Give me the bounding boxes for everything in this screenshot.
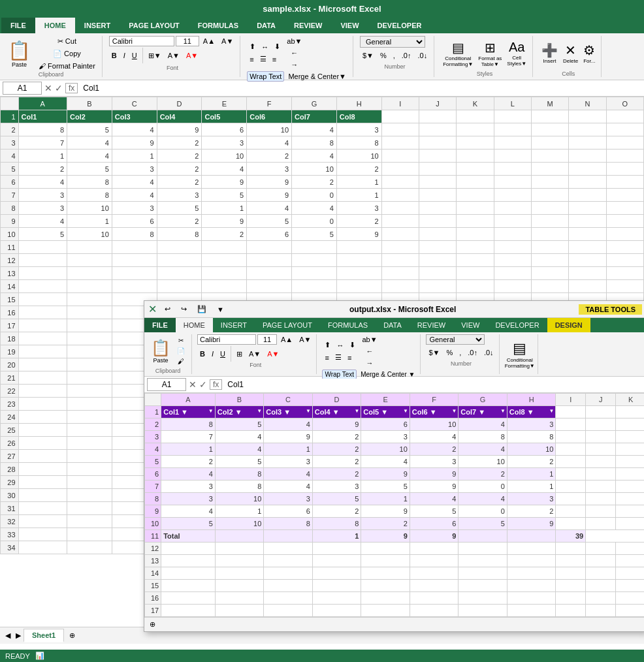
table-cell[interactable] [264,555,313,567]
cell-F1[interactable]: Col6 [247,110,292,123]
table-cell[interactable] [67,528,112,541]
table-cell[interactable] [569,241,606,254]
table-cell[interactable]: 1 [215,505,264,518]
table-cell[interactable]: 2 [336,163,381,176]
table-cell[interactable] [616,505,644,518]
table-cell[interactable]: 5 [67,163,112,176]
table-cell[interactable]: 9 [507,518,556,530]
table-cell[interactable] [215,592,264,605]
table-cell[interactable] [586,605,616,617]
table-cell[interactable] [457,228,494,241]
table-cell[interactable] [586,567,616,580]
table-cell[interactable] [606,136,643,150]
table-cell[interactable] [18,541,67,554]
table-cell[interactable] [247,267,292,280]
table-cell[interactable]: 3 [507,493,556,505]
table-cell[interactable] [18,437,67,450]
table-cell[interactable] [531,150,568,163]
table-cell[interactable]: 7 [18,136,67,150]
font-color-button[interactable]: A▼ [184,50,201,61]
table-cell[interactable] [606,202,643,215]
table-cell[interactable] [586,481,616,493]
table-cell[interactable]: 5 [361,481,410,493]
table-cell[interactable]: 2 [312,431,361,443]
tab2-insert[interactable]: INSERT [213,318,255,332]
currency-button[interactable]: $▼ [360,50,376,61]
table-cell[interactable] [67,267,112,280]
col2-I[interactable]: I [556,394,586,406]
table-cell[interactable] [202,241,247,254]
col2-D[interactable]: D [312,394,361,406]
table-cell[interactable]: 2 [161,456,216,468]
table-cell[interactable]: 2 [507,505,556,518]
col-header-A[interactable]: A [18,97,67,110]
table-cell[interactable]: 3 [264,456,313,468]
table-cell[interactable]: 1 [507,481,556,493]
table-cell[interactable]: 4 [264,468,313,481]
table-cell[interactable]: 1 [161,443,216,456]
table-cell[interactable] [531,189,568,202]
total-cell[interactable] [264,530,313,543]
table-cell[interactable]: 5 [292,228,337,241]
table-cell[interactable] [569,176,606,189]
cell2-A1[interactable]: Col1 ▼ [161,406,216,418]
increase-font-button[interactable]: A▲ [201,36,217,46]
increase2-font[interactable]: A▲ [278,334,295,345]
table-cell[interactable] [556,456,586,468]
table-cell[interactable] [419,215,456,228]
tab-insert[interactable]: INSERT [75,18,120,33]
table-cell[interactable] [67,515,112,528]
cell-J1[interactable] [419,110,456,123]
table-cell[interactable]: 2 [247,150,292,163]
table-cell[interactable] [606,189,643,202]
table-cell[interactable] [419,280,456,293]
align2-center[interactable]: ☰ [332,352,344,363]
table-cell[interactable] [419,163,456,176]
align-left-button[interactable]: ≡ [247,54,256,65]
table-cell[interactable] [494,280,531,293]
table-cell[interactable] [361,543,410,555]
table-cell[interactable] [556,543,586,555]
table-cell[interactable] [569,189,606,202]
col-header-M[interactable]: M [531,97,568,110]
tab-formulas[interactable]: FORMULAS [189,18,248,33]
cell-H1[interactable]: Col8 [336,110,381,123]
tab2-view[interactable]: VIEW [453,318,487,332]
table-cell[interactable]: 6 [264,505,313,518]
table-cell[interactable] [586,493,616,505]
table-cell[interactable]: 4 [161,468,216,481]
table-cell[interactable] [569,254,606,267]
table-cell[interactable]: 5 [67,123,112,136]
table-cell[interactable]: 5 [161,518,216,530]
table-cell[interactable] [507,567,556,580]
table-cell[interactable] [67,489,112,502]
table-cell[interactable] [569,163,606,176]
table-cell[interactable]: 1 [112,150,157,163]
table-cell[interactable] [531,254,568,267]
table-cell[interactable]: 5 [215,456,264,468]
table-cell[interactable] [459,580,507,592]
align-top-button[interactable]: ⬆ [247,41,258,52]
col-header-D[interactable]: D [157,97,202,110]
col-header-N[interactable]: N [569,97,606,110]
col2-K[interactable]: K [616,394,644,406]
total-cell[interactable] [507,530,556,543]
align2-top[interactable]: ⬆ [322,339,333,351]
table-cell[interactable] [381,215,419,228]
col-header-J[interactable]: J [419,97,456,110]
table-cell[interactable]: 0 [459,505,507,518]
table-cell[interactable]: 4 [292,202,337,215]
col2-B[interactable]: B [215,394,264,406]
table-cell[interactable]: 4 [459,418,507,431]
table-cell[interactable] [457,136,494,150]
table-cell[interactable] [494,163,531,176]
table-cell[interactable]: 3 [264,493,313,505]
table-cell[interactable] [494,189,531,202]
table-cell[interactable] [586,418,616,431]
table-cell[interactable] [381,189,419,202]
underline2-button[interactable]: U [217,349,228,359]
table-cell[interactable]: 4 [215,431,264,443]
insert-fn2-icon[interactable]: fx [210,379,222,390]
undo-btn2[interactable]: ↩ [162,304,173,315]
formula-input[interactable] [80,82,641,94]
